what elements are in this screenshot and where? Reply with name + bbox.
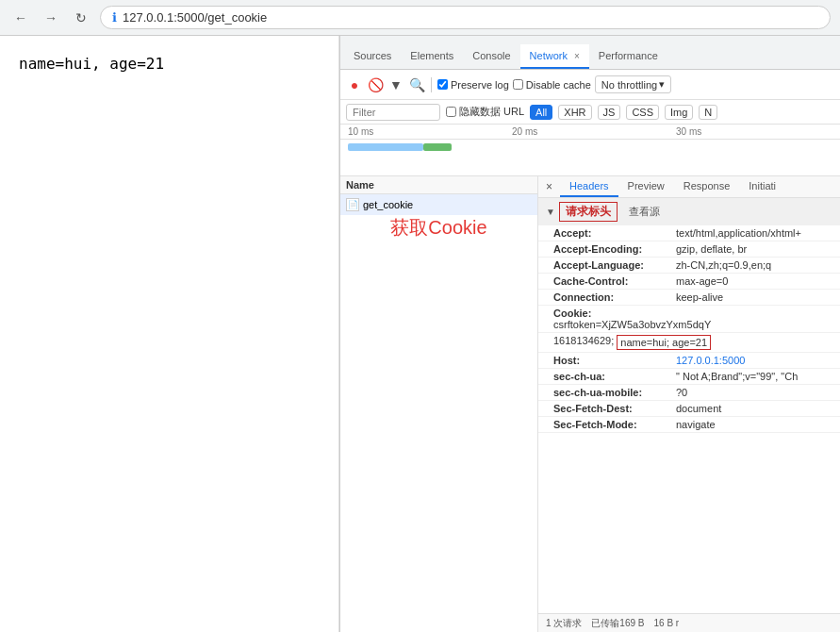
hide-data-url-checkbox[interactable] [446, 107, 456, 117]
timeline-bar-green [423, 143, 452, 151]
disable-cache-checkbox[interactable] [513, 79, 523, 90]
tab-network-close[interactable]: × [574, 51, 580, 61]
filter-xhr-button[interactable]: XHR [558, 105, 591, 120]
header-row-accept-language: Accept-Language: zh-CN,zh;q=0.9,en;q [538, 258, 840, 274]
header-row-sec-ch-ua-mobile: sec-ch-ua-mobile: ?0 [538, 385, 840, 401]
details-tabs: × Headers Preview Response Initiati [538, 176, 840, 198]
info-icon: ℹ [112, 10, 117, 25]
devtools-tabs: Sources Elements Console Network × Perfo… [340, 36, 840, 70]
timeline-mark-30: 30 ms [676, 126, 840, 137]
request-count: 1 次请求 [546, 617, 582, 630]
tab-console[interactable]: Console [463, 44, 519, 69]
header-row-accept-encoding: Accept-Encoding: gzip, deflate, br [538, 241, 840, 258]
filter-bar: 隐藏数据 URL All XHR JS CSS Img N [340, 100, 840, 125]
preserve-log-label[interactable]: Preserve log [437, 79, 509, 91]
page-response-text: name=hui, age=21 [19, 55, 320, 73]
reload-button[interactable]: ↻ [70, 7, 92, 29]
status-bar: 1 次请求 已传输169 B 16 B r [538, 613, 840, 632]
header-row-sec-fetch-mode: Sec-Fetch-Mode: navigate [538, 417, 840, 433]
header-row-cache-control: Cache-Control: max-age=0 [538, 274, 840, 290]
filter-input[interactable] [346, 104, 440, 121]
forward-button[interactable]: → [40, 7, 62, 29]
tab-network[interactable]: Network × [520, 44, 589, 69]
tab-initiator[interactable]: Initiati [739, 176, 785, 197]
toolbar-separator [431, 77, 432, 92]
filter-css-button[interactable]: CSS [626, 105, 659, 120]
cookie-highlight: name=hui; age=21 [617, 335, 711, 350]
main-area: name=hui, age=21 Sources Elements Consol… [0, 36, 840, 632]
hide-data-url-label[interactable]: 隐藏数据 URL [446, 105, 524, 119]
details-close-button[interactable]: × [538, 176, 560, 197]
transferred-size: 已传输169 B [591, 617, 644, 630]
view-source-button[interactable]: 查看源 [629, 205, 660, 219]
network-body: Name 📄 get_cookie 获取Cookie × Headers Pre… [340, 176, 840, 632]
header-row-sec-ch-ua: sec-ch-ua: " Not A;Brand";v="99", "Ch [538, 369, 840, 385]
file-list-header: Name [340, 176, 537, 194]
file-item-name: get_cookie [363, 199, 413, 210]
devtools-toolbar: ● 🚫 ▼ 🔍 Preserve log Disable cache No th… [340, 70, 840, 100]
back-button[interactable]: ← [9, 7, 32, 29]
timeline-area: 10 ms 20 ms 30 ms [340, 125, 840, 176]
header-row-cookie: Cookie: csrftoken=XjZW5a3obvzYxm5dqY [538, 306, 840, 333]
devtools-panel: Sources Elements Console Network × Perfo… [339, 36, 840, 632]
tab-preview[interactable]: Preview [618, 176, 674, 197]
header-row-cookie-cont: 1618134629; name=hui; age=21 [538, 333, 840, 353]
stop-button[interactable]: 🚫 [367, 76, 384, 93]
filter-button[interactable]: ▼ [387, 76, 404, 93]
timeline-mark-20: 20 ms [512, 126, 676, 137]
tab-response[interactable]: Response [674, 176, 740, 197]
throttle-button[interactable]: No throttling ▾ [595, 75, 671, 93]
filter-media-button[interactable]: N [699, 105, 717, 120]
header-row-sec-fetch-dest: Sec-Fetch-Dest: document [538, 401, 840, 417]
header-row-connection: Connection: keep-alive [538, 290, 840, 306]
timeline-mark-10: 10 ms [348, 126, 512, 137]
url-text: 127.0.0.1:5000/get_cookie [123, 10, 267, 25]
tab-headers[interactable]: Headers [560, 176, 618, 197]
filter-all-button[interactable]: All [530, 105, 552, 120]
timeline-ruler: 10 ms 20 ms 30 ms [340, 125, 840, 140]
preserve-log-checkbox[interactable] [437, 79, 448, 90]
file-item-get-cookie[interactable]: 📄 get_cookie [340, 194, 537, 215]
filter-img-button[interactable]: Img [665, 105, 693, 120]
nav-bar: ← → ↻ ℹ 127.0.0.1:5000/get_cookie [0, 0, 840, 35]
page-content: name=hui, age=21 [0, 36, 339, 632]
request-headers-section[interactable]: ▼ 请求标头 查看源 [538, 198, 840, 225]
page-body-label: 获取Cookie [340, 215, 537, 241]
timeline-bar-area [348, 140, 832, 166]
tab-sources[interactable]: Sources [344, 44, 401, 69]
header-row-accept: Accept: text/html,application/xhtml+ [538, 225, 840, 241]
disable-cache-label[interactable]: Disable cache [513, 79, 591, 91]
chevron-down-icon: ▾ [659, 78, 665, 91]
tab-elements[interactable]: Elements [401, 44, 463, 69]
tab-performance[interactable]: Performance [589, 44, 667, 69]
headers-content: ▼ 请求标头 查看源 Accept: text/html,application… [538, 198, 840, 613]
file-icon: 📄 [346, 198, 359, 211]
search-button[interactable]: 🔍 [408, 76, 425, 93]
section-arrow-icon: ▼ [546, 207, 555, 217]
browser-chrome: ← → ↻ ℹ 127.0.0.1:5000/get_cookie [0, 0, 840, 36]
timeline-bar-blue [348, 143, 423, 151]
request-headers-title: 请求标头 [559, 202, 618, 222]
record-button[interactable]: ● [346, 76, 363, 93]
filter-js-button[interactable]: JS [598, 105, 621, 120]
file-list: Name 📄 get_cookie 获取Cookie [340, 176, 538, 632]
header-row-host: Host: 127.0.0.1:5000 [538, 353, 840, 369]
address-bar[interactable]: ℹ 127.0.0.1:5000/get_cookie [100, 6, 831, 29]
resource-size: 16 B r [653, 618, 679, 628]
details-panel: × Headers Preview Response Initiati ▼ 请求… [538, 176, 840, 632]
